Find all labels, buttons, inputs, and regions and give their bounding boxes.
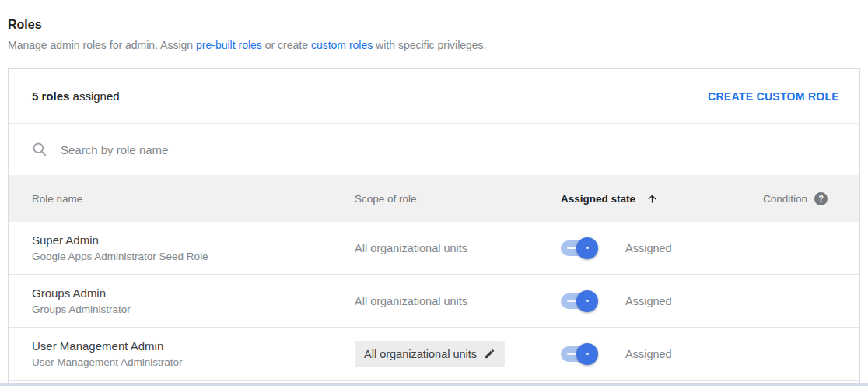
- toggle-thumb: [576, 237, 598, 259]
- role-name-cell: Groups Admin Groups Administrator: [32, 286, 355, 316]
- page-subtitle: Manage admin roles for admin. Assign pre…: [8, 39, 868, 51]
- table-row[interactable]: User Management Admin User Management Ad…: [9, 328, 859, 381]
- scope-cell: All organizational units: [355, 242, 561, 254]
- subtitle-text-1: Manage admin roles for admin. Assign: [8, 39, 196, 51]
- search-input[interactable]: [61, 143, 844, 156]
- column-header-assigned-state[interactable]: Assigned state: [561, 193, 755, 205]
- search-icon: [32, 142, 47, 157]
- search-bar: [9, 124, 859, 175]
- arrow-upward-icon: [646, 193, 658, 205]
- toggle-thumb: [576, 290, 598, 312]
- role-name-cell: Super Admin Google Apps Administrator Se…: [32, 233, 355, 263]
- table-header-row: Role name Scope of role Assigned state C…: [9, 175, 859, 222]
- assigned-state-label: Assigned: [625, 242, 672, 254]
- roles-assigned-count: 5 roles assigned: [32, 89, 120, 103]
- create-custom-role-button[interactable]: CREATE CUSTOM ROLE: [703, 84, 844, 109]
- scope-chip-label: All organizational units: [364, 348, 477, 360]
- toggle-thumb: [576, 343, 598, 365]
- subtitle-text-2: or create: [262, 39, 311, 51]
- viewport-bottom-edge: [0, 383, 868, 386]
- table-row[interactable]: Super Admin Google Apps Administrator Se…: [9, 222, 859, 275]
- help-icon[interactable]: ?: [814, 192, 828, 205]
- assigned-toggle[interactable]: [561, 290, 597, 312]
- subtitle-text-3: with specific privileges.: [373, 39, 486, 51]
- roles-count-label: assigned: [69, 89, 119, 103]
- roles-card: 5 roles assigned CREATE CUSTOM ROLE Role…: [8, 68, 860, 386]
- condition-header-label: Condition: [763, 193, 807, 205]
- role-description: Groups Administrator: [32, 303, 355, 316]
- column-header-role-name: Role name: [32, 193, 355, 205]
- page-title: Roles: [8, 17, 868, 33]
- role-description: Google Apps Administrator Seed Role: [32, 250, 355, 263]
- roles-page: Roles Manage admin roles for admin. Assi…: [0, 17, 868, 386]
- card-header: 5 roles assigned CREATE CUSTOM ROLE: [9, 69, 859, 124]
- scope-cell: All organizational units: [355, 295, 561, 307]
- role-name: Groups Admin: [32, 286, 355, 300]
- table-row[interactable]: Groups Admin Groups Administrator All or…: [9, 275, 859, 328]
- role-name: Super Admin: [32, 233, 355, 247]
- pencil-icon[interactable]: [484, 348, 495, 360]
- assigned-state-cell: Assigned: [561, 343, 755, 365]
- prebuilt-roles-link[interactable]: pre-built roles: [196, 39, 262, 51]
- role-name: User Management Admin: [32, 339, 355, 353]
- scope-edit-chip[interactable]: All organizational units: [355, 341, 505, 367]
- assigned-toggle[interactable]: [561, 237, 597, 259]
- roles-count-number: 5 roles: [32, 89, 69, 103]
- custom-roles-link[interactable]: custom roles: [311, 39, 373, 51]
- column-header-condition: Condition ?: [755, 192, 859, 205]
- assigned-toggle[interactable]: [561, 343, 597, 365]
- assigned-state-label: Assigned: [625, 348, 672, 360]
- role-description: User Management Administrator: [32, 356, 355, 369]
- scope-cell: All organizational units: [355, 341, 561, 367]
- assigned-state-cell: Assigned: [561, 290, 755, 312]
- assigned-state-label: Assigned: [625, 295, 672, 307]
- column-header-scope: Scope of role: [355, 193, 561, 205]
- assigned-state-cell: Assigned: [561, 237, 755, 259]
- role-name-cell: User Management Admin User Management Ad…: [32, 339, 355, 369]
- assigned-state-header-label: Assigned state: [561, 193, 635, 205]
